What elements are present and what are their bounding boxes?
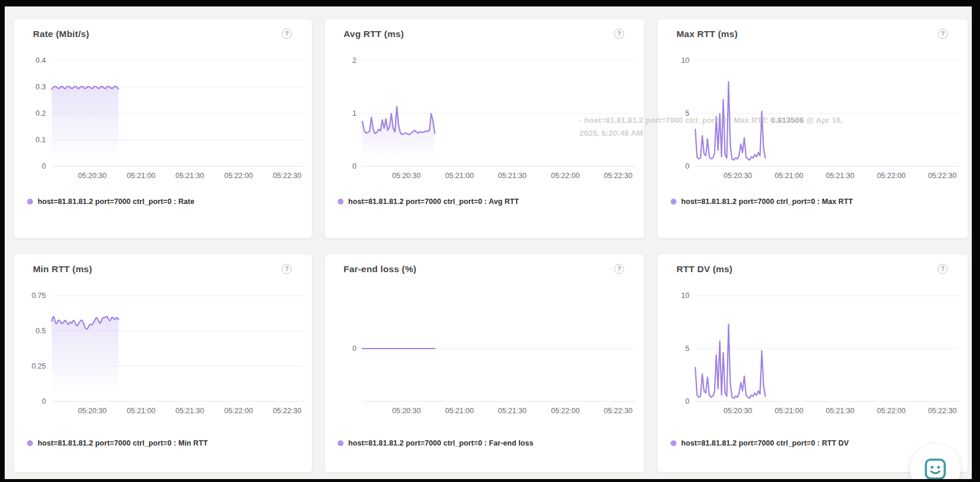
legend-label: host=81.81.81.2 port=7000 ctrl_port=0 : … [348,198,519,206]
svg-text:0.1: 0.1 [36,136,46,144]
svg-text:05:22:30: 05:22:30 [928,172,956,180]
legend-dot-icon [671,440,676,446]
dashboard-content: Rate (Mbit/s) ? 00.10.20.30.405:20:3005:… [5,6,972,479]
legend-label: host=81.81.81.2 port=7000 ctrl_port=0 : … [348,439,534,447]
legend-dot-icon [338,199,344,205]
legend-dot-icon [671,199,676,205]
chart-panel-max-rtt: Max RTT (ms) ? 051005:20:3005:21:0005:21… [658,19,968,238]
svg-text:05:22:30: 05:22:30 [273,172,302,180]
svg-text:0: 0 [352,162,356,170]
legend-item[interactable]: host=81.81.81.2 port=7000 ctrl_port=0 : … [338,439,534,447]
svg-text:10: 10 [681,292,689,300]
svg-text:05:21:00: 05:21:00 [445,407,474,415]
svg-text:5: 5 [685,344,689,353]
svg-text:05:21:00: 05:21:00 [127,407,156,415]
svg-text:05:22:30: 05:22:30 [273,407,302,415]
svg-text:05:21:30: 05:21:30 [826,172,855,180]
svg-text:0.2: 0.2 [36,109,46,118]
svg-text:05:21:30: 05:21:30 [826,407,855,415]
svg-text:2: 2 [352,56,356,65]
legend-item[interactable]: host=81.81.81.2 port=7000 ctrl_port=0 : … [27,198,195,206]
svg-text:05:22:00: 05:22:00 [877,172,906,180]
chart-panel-min-rtt: Min RTT (ms) ? 00.250.50.7505:20:3005:21… [14,255,312,472]
legend-label: host=81.81.81.2 port=7000 ctrl_port=0 : … [681,198,853,206]
svg-text:1: 1 [352,109,356,118]
legend-item[interactable]: host=81.81.81.2 port=7000 ctrl_port=0 : … [671,198,853,206]
svg-text:05:22:00: 05:22:00 [224,172,253,180]
svg-text:05:21:30: 05:21:30 [175,407,204,415]
svg-text:05:22:00: 05:22:00 [877,407,906,415]
svg-text:05:21:00: 05:21:00 [775,172,804,180]
svg-text:0: 0 [42,162,46,170]
svg-text:05:22:00: 05:22:00 [551,407,580,415]
svg-text:05:21:30: 05:21:30 [175,172,204,180]
legend-dot-icon [27,199,33,205]
chart-panel-far-end-loss: Far-end loss (%) ? 005:20:3005:21:0005:2… [325,255,644,472]
legend-label: host=81.81.81.2 port=7000 ctrl_port=0 : … [38,198,195,206]
svg-text:0: 0 [42,397,46,406]
chart-panel-rtt-dv: RTT DV (ms) ? 051005:20:3005:21:0005:21:… [658,255,968,472]
svg-text:10: 10 [681,56,689,65]
svg-text:05:20:30: 05:20:30 [78,407,107,415]
legend-dot-icon [27,440,33,446]
legend-label: host=81.81.81.2 port=7000 ctrl_port=0 : … [681,439,849,447]
legend-item[interactable]: host=81.81.81.2 port=7000 ctrl_port=0 : … [27,439,208,447]
svg-text:05:21:00: 05:21:00 [445,172,474,180]
svg-text:05:21:30: 05:21:30 [498,172,526,180]
svg-text:0.4: 0.4 [36,56,46,65]
svg-text:05:21:00: 05:21:00 [127,172,156,180]
svg-text:05:22:30: 05:22:30 [604,172,632,180]
svg-text:05:20:30: 05:20:30 [78,172,107,180]
legend-dot-icon [338,440,344,446]
svg-text:0: 0 [685,162,689,170]
svg-text:0.25: 0.25 [32,362,46,370]
svg-text:05:20:30: 05:20:30 [392,172,421,180]
svg-text:0: 0 [352,344,356,353]
chart-panel-avg-rtt: Avg RTT (ms) ? 01205:20:3005:21:0005:21:… [325,19,644,238]
svg-text:0.5: 0.5 [36,327,46,335]
legend-item[interactable]: host=81.81.81.2 port=7000 ctrl_port=0 : … [338,198,519,206]
svg-text:05:22:00: 05:22:00 [551,172,580,180]
svg-text:05:21:30: 05:21:30 [498,407,526,415]
svg-text:0.3: 0.3 [36,83,46,91]
chart-panel-rate: Rate (Mbit/s) ? 00.10.20.30.405:20:3005:… [14,19,312,238]
svg-text:05:20:30: 05:20:30 [392,407,421,415]
svg-text:05:22:30: 05:22:30 [928,407,956,415]
svg-text:05:21:00: 05:21:00 [775,407,804,415]
svg-text:5: 5 [685,109,689,118]
smiley-face-icon [922,456,949,479]
svg-text:05:20:30: 05:20:30 [724,407,752,415]
svg-text:0: 0 [685,397,689,406]
svg-text:0.75: 0.75 [32,292,46,300]
svg-text:05:22:00: 05:22:00 [224,407,253,415]
legend-label: host=81.81.81.2 port=7000 ctrl_port=0 : … [38,439,208,447]
svg-text:05:22:30: 05:22:30 [604,407,632,415]
svg-text:05:20:30: 05:20:30 [724,172,752,180]
legend-item[interactable]: host=81.81.81.2 port=7000 ctrl_port=0 : … [671,439,849,447]
